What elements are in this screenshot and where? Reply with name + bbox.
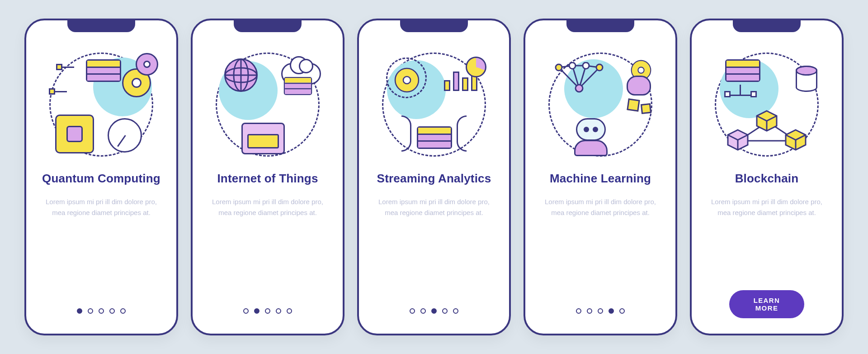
dot[interactable] — [587, 308, 592, 314]
phone-notch — [733, 19, 801, 32]
card-title: Streaming Analytics — [377, 172, 491, 186]
phone-notch — [67, 19, 135, 32]
card-title: Quantum Computing — [42, 172, 160, 186]
machine-learning-icon — [542, 50, 659, 159]
dot[interactable] — [88, 308, 93, 314]
onboarding-card-iot: Internet of Things Lorem ipsum mi pri il… — [191, 19, 344, 335]
card-title: Blockchain — [735, 172, 799, 186]
card-body: Lorem ipsum mi pri ill dim dolore pro, m… — [42, 196, 160, 218]
streaming-analytics-icon — [375, 50, 493, 159]
card-body: Lorem ipsum mi pri ill dim dolore pro, m… — [708, 196, 826, 218]
dot[interactable] — [243, 308, 249, 314]
dot[interactable] — [431, 308, 437, 314]
dot[interactable] — [120, 308, 126, 314]
dot[interactable] — [99, 308, 104, 314]
page-indicator[interactable] — [77, 308, 126, 314]
page-indicator[interactable] — [410, 308, 458, 314]
dot[interactable] — [576, 308, 581, 314]
dot[interactable] — [453, 308, 458, 314]
page-indicator[interactable] — [576, 308, 625, 314]
dot[interactable] — [254, 308, 259, 314]
onboarding-card-ml: Machine Learning Lorem ipsum mi pri ill … — [524, 19, 677, 335]
quantum-computing-icon — [42, 50, 160, 159]
blockchain-icon — [708, 50, 826, 159]
dot[interactable] — [276, 308, 281, 314]
svg-point-11 — [556, 64, 562, 71]
dot[interactable] — [442, 308, 448, 314]
card-title: Internet of Things — [217, 172, 318, 186]
learn-more-button[interactable]: LEARN MORE — [729, 290, 804, 318]
page-indicator[interactable] — [243, 308, 292, 314]
card-body: Lorem ipsum mi pri ill dim dolore pro, m… — [209, 196, 326, 218]
phone-notch — [234, 19, 302, 32]
onboarding-card-quantum: Quantum Computing Lorem ipsum mi pri ill… — [24, 19, 178, 335]
svg-point-12 — [569, 62, 576, 69]
dot[interactable] — [420, 308, 426, 314]
dot[interactable] — [109, 308, 115, 314]
dot[interactable] — [287, 308, 292, 314]
phone-notch — [400, 19, 468, 32]
svg-point-14 — [596, 64, 603, 71]
card-body: Lorem ipsum mi pri ill dim dolore pro, m… — [375, 196, 493, 218]
onboarding-card-streaming: Streaming Analytics Lorem ipsum mi pri i… — [357, 19, 511, 335]
svg-point-15 — [576, 85, 583, 92]
iot-icon — [209, 50, 326, 159]
dot[interactable] — [265, 308, 270, 314]
dot[interactable] — [410, 308, 415, 314]
dot[interactable] — [609, 308, 614, 314]
svg-point-13 — [583, 62, 589, 69]
card-title: Machine Learning — [550, 172, 651, 186]
onboarding-card-blockchain: Blockchain Lorem ipsum mi pri ill dim do… — [690, 19, 844, 335]
dot[interactable] — [598, 308, 603, 314]
dot[interactable] — [619, 308, 625, 314]
dot[interactable] — [77, 308, 82, 314]
phone-notch — [566, 19, 634, 32]
card-body: Lorem ipsum mi pri ill dim dolore pro, m… — [542, 196, 659, 218]
